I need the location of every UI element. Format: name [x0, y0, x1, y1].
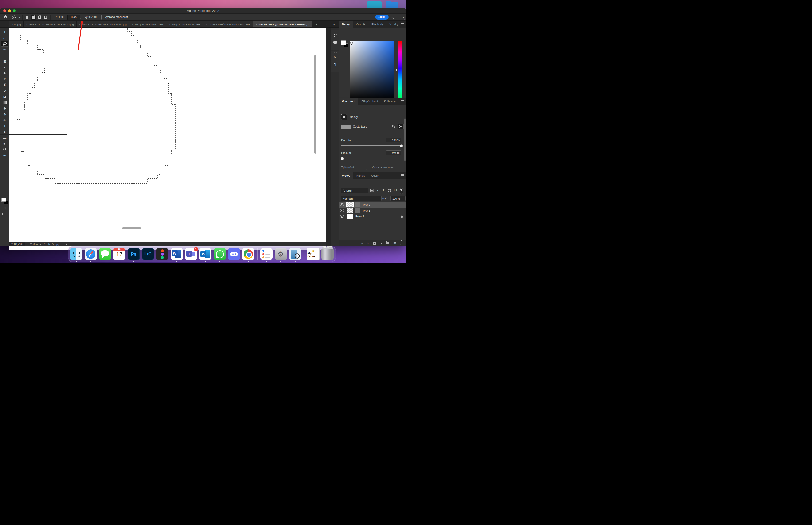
panel-menu-icon[interactable]	[401, 100, 404, 103]
filter-pixel-layers-icon[interactable]	[370, 189, 374, 193]
dock-icon-figma[interactable]	[156, 248, 168, 260]
lasso-tool[interactable]	[1, 41, 9, 46]
brush-tool[interactable]: ✐	[0, 76, 10, 82]
quick-selection-tool[interactable]: ✏	[0, 46, 10, 52]
hand-tool[interactable]: ☛	[0, 140, 10, 146]
dock-icon-calendar[interactable]: ŘÍJ17	[113, 248, 125, 260]
desktop-folder-icon[interactable]	[386, 2, 398, 8]
history-brush-tool[interactable]: ↺	[0, 88, 10, 93]
shape-tool[interactable]: ▬	[0, 135, 10, 140]
drag-handle[interactable]	[333, 31, 337, 31]
eraser-tool[interactable]: ◪	[0, 93, 10, 100]
tab-close-icon[interactable]: ×	[79, 23, 81, 26]
layer-visibility-icon[interactable]	[339, 201, 345, 208]
add-layer-mask-icon[interactable]	[373, 242, 376, 245]
feather-input[interactable]: 0 ob	[67, 15, 80, 20]
layer-row-tvar-2[interactable]: Tvar 2	[339, 201, 406, 208]
tab-close-icon[interactable]: ×	[205, 23, 207, 26]
status-chevron-icon[interactable]: ❯	[65, 243, 67, 245]
hue-slider-marker[interactable]	[396, 69, 399, 71]
select-and-mask-button[interactable]: Vybrat a maskovat...	[102, 15, 133, 20]
link-layers-icon[interactable]: ∞	[361, 242, 363, 245]
density-value[interactable]: 100 %	[386, 138, 401, 142]
healing-tool[interactable]: ✚	[0, 70, 10, 76]
layer-style-icon[interactable]: fx	[367, 242, 369, 245]
gradient-tool[interactable]	[0, 100, 10, 105]
dodge-tool[interactable]: ⊙	[0, 111, 10, 117]
document-tab[interactable]: ×aaa_U17_StżeÁovice_IMGL4220.jpg	[24, 21, 77, 28]
feather-slider[interactable]	[341, 158, 402, 159]
layer-row-pozadí[interactable]: Pozadí	[339, 213, 406, 219]
new-adjustment-layer-icon[interactable]: ◑	[380, 241, 382, 245]
dock-icon-messages[interactable]	[99, 248, 111, 260]
drag-handle[interactable]	[333, 52, 337, 53]
quick-mask-button[interactable]	[3, 207, 7, 210]
dock-icon-outlook[interactable]: O	[199, 248, 212, 260]
filter-adjustment-layers-icon[interactable]: ◑	[377, 189, 378, 192]
layer-visibility-icon[interactable]	[339, 213, 345, 219]
layer-filter-dropdown[interactable]: Druh⌄	[341, 188, 368, 193]
paragraph-panel-icon[interactable]: ¶	[331, 60, 339, 68]
layer-visibility-icon[interactable]	[339, 208, 345, 213]
workspace-switcher-icon[interactable]	[397, 16, 401, 19]
dock-icon-settings[interactable]: ⚙	[275, 248, 287, 260]
blur-tool[interactable]: ⬥	[0, 105, 10, 111]
pen-tool[interactable]: ✑	[0, 117, 10, 123]
type-tool[interactable]: T	[0, 123, 10, 129]
foreground-background-swatches[interactable]	[1, 198, 8, 204]
vector-mask-thumbnail[interactable]	[354, 202, 361, 207]
dock-icon-teams[interactable]: T1	[185, 248, 197, 260]
density-slider-knob[interactable]	[400, 144, 403, 147]
filter-shape-layers-icon[interactable]	[388, 189, 392, 193]
blend-mode-dropdown[interactable]: Normální⌄	[341, 196, 382, 201]
props-feather-value[interactable]: 0,0 ob	[386, 150, 401, 155]
color-field[interactable]	[350, 41, 394, 100]
dock-icon-photoshop[interactable]: Ps	[127, 248, 140, 260]
shape-path-thumbnail[interactable]	[341, 124, 351, 129]
document-tab[interactable]: ×MU¶I C IMGL4231.JPG	[166, 21, 203, 28]
dock-icon-discord[interactable]	[228, 248, 240, 260]
frame-tool[interactable]: ⊠	[0, 58, 10, 64]
home-icon[interactable]	[3, 15, 7, 20]
dock-icon-reminders[interactable]	[260, 248, 273, 260]
lasso-tool-preset-icon[interactable]	[12, 15, 17, 20]
move-tool[interactable]: ✛	[0, 29, 10, 35]
tab-overflow-icon[interactable]: »	[312, 21, 320, 28]
color-field-marker[interactable]	[350, 42, 353, 45]
layer-row-tvar-1[interactable]: Tvar 1	[339, 208, 406, 213]
density-slider[interactable]	[341, 145, 402, 146]
feather-slider-knob[interactable]	[341, 157, 344, 160]
marquee-tool[interactable]: ▭	[0, 35, 10, 41]
filter-toggle-switch[interactable]	[400, 188, 403, 194]
document-tab[interactable]: ×mußi a stżeÁovice IMGL4258.JPG	[203, 21, 253, 28]
dock-icon-chrome[interactable]	[242, 248, 255, 260]
screen-mode-button[interactable]	[2, 213, 6, 215]
dock-icon-lightroom[interactable]: LrC	[142, 248, 154, 260]
panel-tab-cesty[interactable]: Cesty	[368, 172, 382, 179]
panel-tab-přizpůsobení[interactable]: Přizpůsobení	[358, 98, 381, 105]
props-select-mask-button[interactable]: Vybrat a maskovat...	[366, 165, 402, 170]
antialias-checkbox[interactable]	[80, 16, 83, 19]
document-tab[interactable]: ×aaa_U19_StżeÁovice_IMGL6548.jpg	[77, 21, 129, 28]
panel-tab-přechody[interactable]: Přechody	[368, 21, 386, 28]
antialias-label[interactable]: Vyhlazení	[85, 14, 96, 20]
layer-thumbnail[interactable]	[347, 208, 353, 213]
new-group-icon[interactable]	[386, 242, 389, 244]
selection-mode-add[interactable]	[31, 15, 36, 20]
panel-menu-icon[interactable]	[401, 23, 404, 26]
zoom-level-field[interactable]: 2888,29%	[10, 242, 25, 246]
layer-thumbnail[interactable]	[347, 214, 353, 219]
panel-tab-vrstvy[interactable]: Vrstvy	[339, 172, 353, 179]
document-canvas[interactable]	[10, 28, 326, 250]
selection-mode-subtract[interactable]	[37, 15, 42, 20]
filter-type-layers-icon[interactable]: T	[383, 189, 384, 192]
vertical-scrollbar[interactable]	[315, 55, 316, 154]
eyedropper-tool[interactable]: ✒	[0, 64, 10, 70]
layer-thumbnail[interactable]	[347, 202, 353, 207]
history-panel-icon[interactable]	[331, 32, 339, 39]
opacity-dropdown[interactable]: 100 %⌄	[390, 196, 405, 201]
share-button[interactable]: Sdílet	[375, 15, 388, 19]
dock-icon-myprom[interactable]: ♛My Prom	[307, 248, 319, 260]
dock-icon-preview[interactable]	[289, 248, 301, 260]
document-tab[interactable]: 215.jpg	[10, 21, 24, 28]
